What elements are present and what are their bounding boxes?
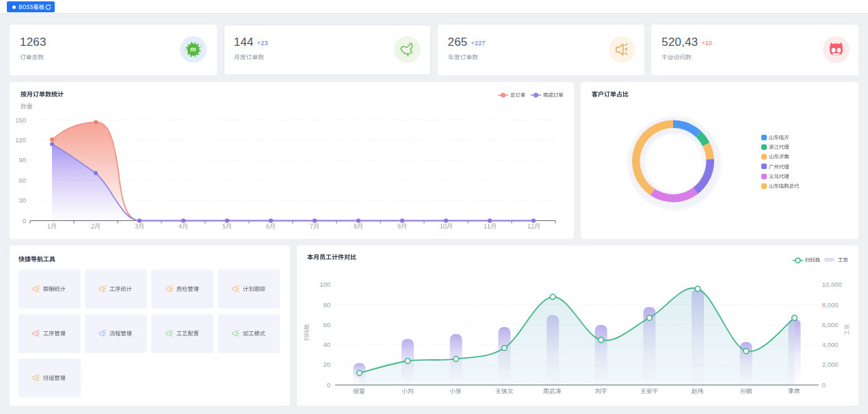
svg-text:80: 80 <box>323 300 330 308</box>
svg-text:120: 120 <box>15 136 26 144</box>
svg-text:0: 0 <box>23 217 26 224</box>
svg-text:6,000: 6,000 <box>821 320 838 328</box>
svg-text:150: 150 <box>15 116 26 124</box>
svg-text:90: 90 <box>18 156 26 164</box>
svg-text:100: 100 <box>319 281 330 288</box>
svg-text:30: 30 <box>18 196 26 204</box>
svg-text:4,000: 4,000 <box>821 341 838 348</box>
svg-text:0: 0 <box>326 380 330 388</box>
svg-text:0: 0 <box>821 380 825 388</box>
svg-text:8,000: 8,000 <box>821 300 838 308</box>
svg-text:60: 60 <box>323 320 330 328</box>
svg-text:20: 20 <box>323 361 330 368</box>
svg-text:60: 60 <box>18 177 26 184</box>
svg-text:2,000: 2,000 <box>821 361 838 368</box>
svg-text:40: 40 <box>323 341 330 348</box>
svg-text:10,000: 10,000 <box>821 281 841 288</box>
